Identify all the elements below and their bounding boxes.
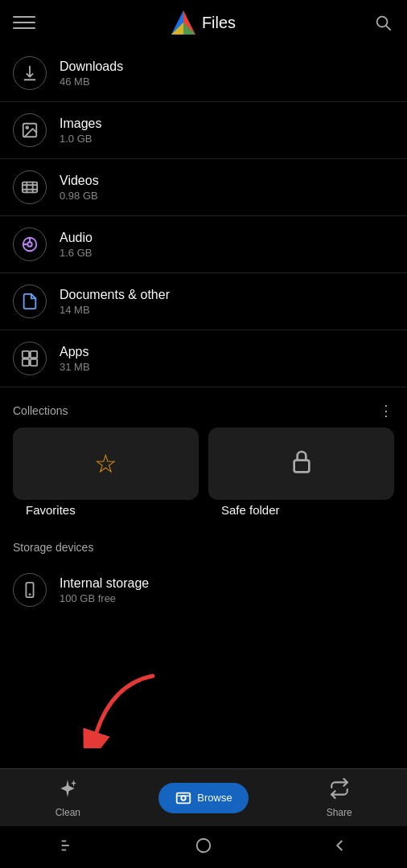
file-item-documents[interactable]: Documents & other 14 MB [0, 273, 407, 330]
search-button[interactable] [372, 11, 394, 34]
storage-devices-header: Storage devices [0, 526, 407, 562]
recents-button[interactable] [59, 837, 76, 858]
favorites-label: Favorites [13, 500, 199, 517]
downloads-icon [13, 56, 47, 90]
downloads-size: 46 MB [60, 76, 394, 88]
apps-name: Apps [60, 345, 394, 359]
apps-size: 31 MB [60, 361, 394, 373]
app-title-area: Files [171, 10, 236, 35]
file-list: Downloads 46 MB Images 1.0 GB Videos 0.9… [0, 45, 407, 387]
videos-icon [13, 170, 47, 204]
images-name: Images [60, 117, 394, 131]
app-header: Files [0, 0, 407, 45]
file-item-videos[interactable]: Videos 0.98 GB [0, 159, 407, 216]
svg-rect-32 [197, 838, 211, 852]
collections-header: Collections ⋮ [0, 387, 407, 428]
svg-rect-21 [31, 359, 37, 366]
file-item-images[interactable]: Images 1.0 GB [0, 102, 407, 159]
svg-rect-26 [177, 792, 191, 803]
browse-pill[interactable]: Browse [158, 783, 248, 813]
file-item-audio[interactable]: Audio 1.6 GB [0, 216, 407, 273]
internal-storage-name: Internal storage [60, 576, 394, 591]
audio-name: Audio [60, 231, 394, 245]
internal-storage-icon [13, 573, 47, 607]
favorites-card[interactable]: ☆ [13, 428, 199, 500]
safe-folder-card[interactable] [208, 428, 394, 500]
nav-share[interactable]: Share [271, 778, 407, 818]
safe-folder-label: Safe folder [208, 500, 394, 517]
svg-rect-9 [23, 182, 37, 193]
svg-rect-19 [31, 351, 37, 358]
images-icon [13, 113, 47, 147]
browse-label: Browse [197, 792, 232, 804]
downloads-name: Downloads [60, 59, 394, 74]
star-icon: ☆ [94, 448, 117, 479]
system-nav [0, 826, 407, 868]
documents-name: Documents & other [60, 288, 394, 302]
videos-name: Videos [60, 174, 394, 188]
menu-button[interactable] [13, 11, 35, 34]
svg-line-5 [386, 26, 390, 30]
safe-folder-wrapper: Safe folder [208, 428, 394, 517]
audio-icon [13, 227, 47, 261]
documents-icon [13, 285, 47, 318]
collections-grid: ☆ Favorites Safe folder [0, 428, 407, 526]
arrow-annotation [48, 668, 177, 751]
videos-size: 0.98 GB [60, 190, 394, 202]
apps-icon [13, 342, 47, 375]
lock-icon [289, 448, 314, 480]
internal-storage-item[interactable]: Internal storage 100 GB free [0, 562, 407, 618]
back-button[interactable] [331, 837, 348, 858]
svg-rect-22 [294, 460, 309, 472]
svg-point-27 [182, 796, 187, 800]
file-item-apps[interactable]: Apps 31 MB [0, 330, 407, 387]
bottom-nav: Clean Browse Share [0, 768, 407, 826]
nav-clean[interactable]: Clean [0, 778, 136, 818]
home-button[interactable] [195, 837, 212, 858]
favorites-wrapper: ☆ Favorites [13, 428, 199, 517]
images-size: 1.0 GB [60, 133, 394, 145]
app-title: Files [202, 14, 236, 32]
svg-rect-18 [23, 351, 29, 358]
app-logo-icon [171, 10, 195, 35]
share-icon [329, 778, 350, 804]
browse-icon [175, 789, 192, 807]
documents-size: 14 MB [60, 304, 394, 316]
svg-rect-20 [23, 359, 29, 366]
internal-storage-detail: 100 GB free [60, 592, 394, 604]
collections-label: Collections [13, 404, 68, 417]
clean-label: Clean [56, 807, 80, 818]
collections-more-button[interactable]: ⋮ [379, 402, 394, 420]
file-item-downloads[interactable]: Downloads 46 MB [0, 45, 407, 102]
share-label: Share [327, 807, 352, 818]
nav-browse[interactable]: Browse [136, 783, 272, 813]
sparkle-icon [57, 778, 78, 804]
svg-point-8 [26, 126, 28, 129]
audio-size: 1.6 GB [60, 247, 394, 259]
storage-devices-label: Storage devices [13, 541, 93, 554]
